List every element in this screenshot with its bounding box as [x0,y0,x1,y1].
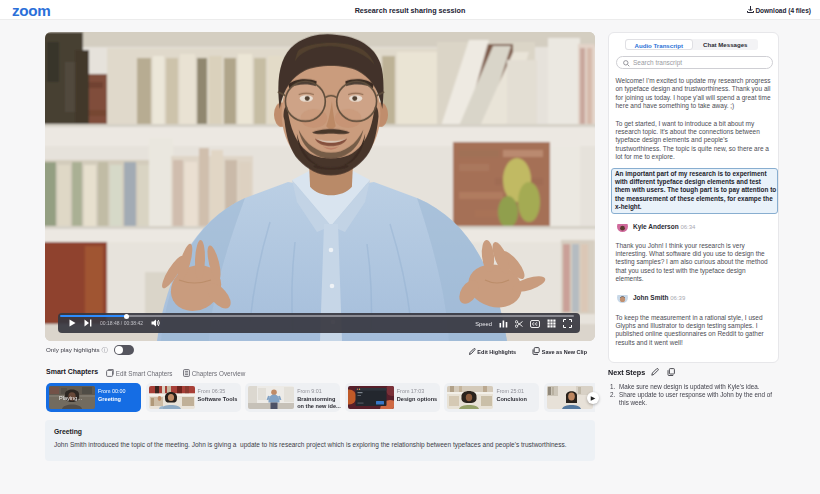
svg-text:Playing...: Playing... [59,395,82,401]
